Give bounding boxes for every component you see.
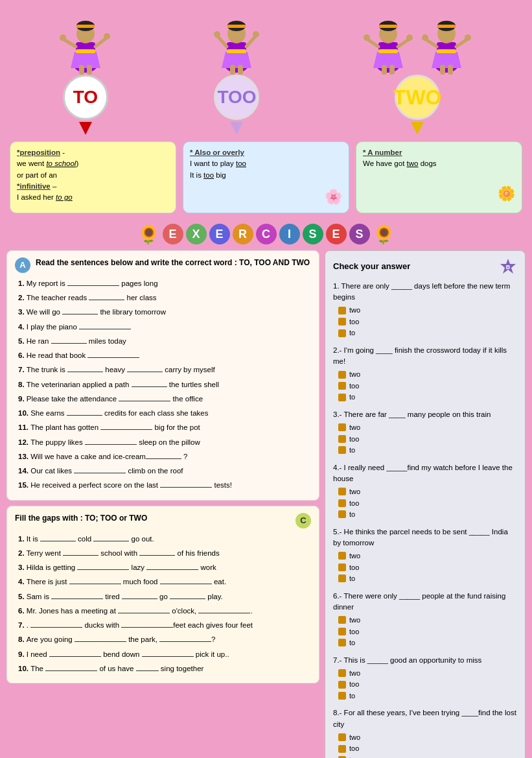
top-section: TO TOO [0,0,532,138]
section-a: A Read the sentences below and write the… [6,250,319,501]
option-too[interactable]: too [338,381,517,392]
q4-options: two too to [333,486,517,520]
def-two-title: * A number [363,147,515,158]
opt-box [338,499,346,507]
opt-box [338,435,346,443]
sunflower-right: 🌻 [373,224,395,245]
q6-text: 6.- There were only _____ people at the … [333,591,517,613]
option-two[interactable]: two [338,732,517,743]
option-to[interactable]: to [338,509,517,520]
list-item: Please take the attendance the office [18,392,311,405]
badge-c: C [295,513,311,528]
option-too[interactable]: too [338,434,517,445]
opt-label: two [349,668,360,679]
def-to-line2: or part of an [17,170,169,181]
check-q8: 8.- For all these years, I've been tryin… [333,707,517,758]
check-q2: 2.- I'm going ____ finish the crossword … [333,345,517,403]
list-item: We will go the library tomorrow [18,305,311,318]
option-to[interactable]: to [338,445,517,456]
opt-label: to [349,573,355,584]
option-to[interactable]: to [338,691,517,702]
section-c: Fill the gaps with : TO; TOO or TWO C It… [6,506,319,684]
opt-box [338,394,346,401]
option-two[interactable]: two [338,551,517,562]
def-too-line2: It is too big [190,170,342,181]
opt-box [338,552,346,560]
option-too[interactable]: too [338,626,517,637]
svg-rect-23 [227,49,246,53]
opt-box [338,639,346,646]
exercises-banner: 🌻 E X E R C I S E S 🌻 [0,219,532,250]
option-too[interactable]: too [338,679,517,690]
option-two[interactable]: two [338,615,517,626]
svg-rect-51 [448,65,453,75]
opt-label: too [349,316,359,327]
opt-box [338,318,346,326]
opt-box [338,488,346,495]
opt-box [338,371,346,379]
option-too[interactable]: too [338,498,517,509]
ex-letter-x: X [186,224,207,244]
ex-letter-c: C [256,224,277,244]
q1-text: 1. There are only _____ days left before… [333,281,517,303]
svg-point-9 [104,33,110,40]
dancer-to [56,6,115,75]
sunflower-left: 🌻 [137,224,160,245]
section-b-header: Check your answer B [333,257,517,276]
option-too[interactable]: too [338,562,517,573]
word-block-two: TWO [359,6,476,135]
option-two[interactable]: two [338,422,517,433]
opt-label: to [349,392,355,403]
opt-label: to [349,445,355,456]
option-two[interactable]: two [338,305,517,316]
svg-rect-11 [79,65,84,75]
option-too[interactable]: too [338,743,517,754]
opt-box [338,669,346,677]
def-to-line1: we went to school) [17,158,169,169]
section-a-list: My report is pages long The teacher read… [15,277,311,492]
arrow-too [230,122,243,135]
option-to[interactable]: to [338,637,517,648]
option-two[interactable]: two [338,486,517,497]
list-item: The plant has gotten big for the pot [18,421,311,433]
list-item: Sam is tired go play. [18,590,311,602]
svg-rect-49 [437,49,456,53]
arrow-to [79,122,92,135]
word-block-to: TO [56,6,115,135]
list-item: He ran miles today [18,335,311,347]
list-item: . ducks with feet each gives four feet [18,619,311,631]
list-item: There is just much food eat. [18,575,311,587]
section-c-header: Fill the gaps with : TO; TOO or TWO C [15,513,311,528]
list-item: I need bend down pick it up.. [18,648,311,660]
opt-label: two [349,422,360,433]
option-two[interactable]: two [338,369,517,380]
opt-box [338,382,346,390]
option-to[interactable]: to [338,327,517,338]
ex-letter-s: S [303,224,323,244]
svg-rect-37 [382,65,387,75]
q3-options: two too to [333,422,517,456]
svg-rect-10 [76,49,95,53]
opt-label: two [349,486,360,497]
option-to[interactable]: to [338,392,517,403]
list-item: She earns credits for each class she tak… [18,407,311,419]
opt-box [338,307,346,314]
list-item: The teacher reads her class [18,291,311,303]
opt-box [338,692,346,700]
option-to[interactable]: to [338,755,517,758]
option-two[interactable]: two [338,668,517,679]
definitions-section: *preposition - we went to school) or par… [0,138,532,219]
option-too[interactable]: too [338,316,517,327]
svg-rect-50 [440,65,445,75]
q5-text: 5.- He thinks the parcel needs to be sen… [333,527,517,549]
svg-line-20 [246,36,256,47]
check-q1: 1. There are only _____ days left before… [333,281,517,338]
arrow-two [411,122,424,135]
svg-rect-31 [379,25,397,28]
svg-point-48 [465,34,471,41]
svg-marker-28 [373,52,403,68]
q5-options: two too to [333,551,517,584]
opt-label: two [349,551,360,562]
option-to[interactable]: to [338,573,517,584]
star-badge-b: B [499,257,517,276]
